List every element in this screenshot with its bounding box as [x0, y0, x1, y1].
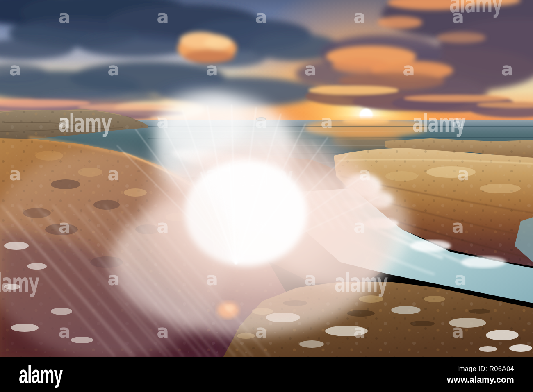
stock-photo-page: aaaaaaaaaaaaaaaaaaaaaaaaaaaaaaaaaaaalamy…	[0, 0, 533, 392]
image-id: Image ID: R06A04	[447, 365, 514, 373]
rock-pool	[325, 326, 368, 336]
stock-photo: aaaaaaaaaaaaaaaaaaaaaaaaaaaaaaaaaaaalamy…	[0, 0, 533, 357]
rock-pool	[391, 306, 421, 314]
alamy-logo: alamy	[19, 360, 62, 389]
website-url: www.alamy.com	[447, 375, 514, 385]
rock-pool	[449, 318, 486, 328]
footer-meta: Image ID: R06A04 www.alamy.com	[447, 365, 514, 385]
footer-bar: alamy Image ID: R06A04 www.alamy.com	[0, 357, 533, 392]
coastal-sunset-scene	[0, 0, 533, 357]
